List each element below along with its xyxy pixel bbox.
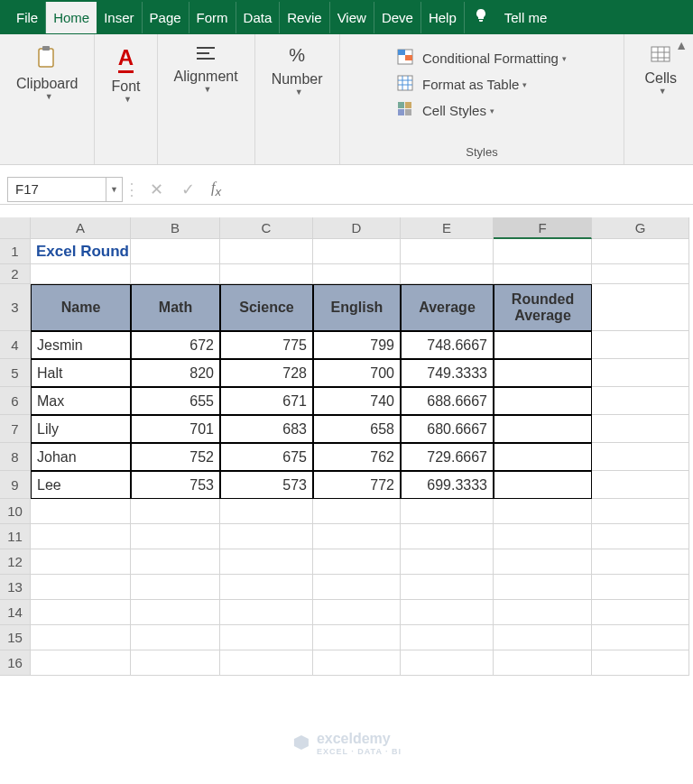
cell[interactable] xyxy=(494,239,592,264)
cell[interactable] xyxy=(401,239,494,264)
cell[interactable]: English xyxy=(313,284,401,331)
cell[interactable] xyxy=(592,239,689,264)
cell[interactable] xyxy=(220,549,313,575)
cell[interactable] xyxy=(131,264,220,284)
cell[interactable] xyxy=(131,549,220,575)
cell[interactable]: RoundedAverage xyxy=(494,284,592,331)
cell[interactable]: 680.6667 xyxy=(401,415,494,443)
row-header-12[interactable]: 12 xyxy=(0,549,31,575)
cell[interactable] xyxy=(401,549,494,575)
cell[interactable] xyxy=(494,575,592,600)
select-all-corner[interactable] xyxy=(0,217,31,239)
tab-formulas[interactable]: Form xyxy=(189,2,236,33)
cell[interactable] xyxy=(313,650,401,676)
cell[interactable] xyxy=(131,625,220,650)
cell[interactable]: Average xyxy=(401,284,494,331)
cell[interactable] xyxy=(494,549,592,575)
cell[interactable]: 655 xyxy=(131,387,220,415)
cell[interactable] xyxy=(592,549,689,575)
row-header-4[interactable]: 4 xyxy=(0,331,31,359)
tell-me-search[interactable]: Tell me xyxy=(504,10,548,25)
cell[interactable] xyxy=(313,499,401,524)
cell[interactable]: 799 xyxy=(313,331,401,359)
cell[interactable]: 675 xyxy=(220,443,313,471)
row-header-10[interactable]: 10 xyxy=(0,499,31,524)
cell[interactable] xyxy=(592,415,689,443)
col-header-C[interactable]: C xyxy=(220,217,313,239)
cell[interactable] xyxy=(401,625,494,650)
tab-file[interactable]: File xyxy=(9,2,46,33)
cell[interactable] xyxy=(131,575,220,600)
cell[interactable]: 688.6667 xyxy=(401,387,494,415)
cell[interactable] xyxy=(313,264,401,284)
cell[interactable] xyxy=(220,600,313,625)
tab-page-layout[interactable]: Page xyxy=(143,2,189,33)
cell[interactable] xyxy=(494,471,592,499)
cell[interactable] xyxy=(131,650,220,676)
accept-icon[interactable]: ✓ xyxy=(172,180,204,199)
row-header-13[interactable]: 13 xyxy=(0,575,31,600)
ribbon-collapse-icon[interactable]: ▲ xyxy=(675,38,688,52)
tab-review[interactable]: Revie xyxy=(280,2,329,33)
cell[interactable] xyxy=(401,600,494,625)
cell[interactable]: Math xyxy=(131,284,220,331)
cell[interactable]: 820 xyxy=(131,359,220,387)
cell[interactable] xyxy=(220,524,313,549)
cell[interactable] xyxy=(592,443,689,471)
cell[interactable] xyxy=(220,625,313,650)
format-as-table-button[interactable]: Format as Table▾ xyxy=(392,71,532,97)
cell[interactable] xyxy=(220,264,313,284)
cell[interactable] xyxy=(592,264,689,284)
cell[interactable] xyxy=(592,524,689,549)
cell[interactable] xyxy=(31,524,131,549)
cell[interactable] xyxy=(494,650,592,676)
cell[interactable] xyxy=(313,549,401,575)
cell[interactable] xyxy=(592,387,689,415)
cell[interactable]: Jesmin xyxy=(31,331,131,359)
cell[interactable]: Halt xyxy=(31,359,131,387)
cell[interactable] xyxy=(131,600,220,625)
cell[interactable]: 701 xyxy=(131,415,220,443)
cell[interactable] xyxy=(31,650,131,676)
col-header-G[interactable]: G xyxy=(592,217,689,239)
cell[interactable]: Lily xyxy=(31,415,131,443)
cell[interactable] xyxy=(313,625,401,650)
col-header-A[interactable]: A xyxy=(31,217,131,239)
cell[interactable]: Johan xyxy=(31,443,131,471)
cell[interactable] xyxy=(592,625,689,650)
cell[interactable]: 775 xyxy=(220,331,313,359)
cell[interactable] xyxy=(313,575,401,600)
cell[interactable]: 700 xyxy=(313,359,401,387)
conditional-formatting-button[interactable]: Conditional Formatting▾ xyxy=(392,45,572,71)
cell[interactable] xyxy=(592,600,689,625)
cell[interactable] xyxy=(494,359,592,387)
cell[interactable] xyxy=(131,499,220,524)
row-header-8[interactable]: 8 xyxy=(0,443,31,471)
formula-input[interactable] xyxy=(228,180,693,198)
cell[interactable] xyxy=(592,499,689,524)
name-box[interactable] xyxy=(7,177,106,202)
cell[interactable]: Name xyxy=(31,284,131,331)
cell[interactable] xyxy=(220,499,313,524)
cell[interactable] xyxy=(401,264,494,284)
cell[interactable] xyxy=(401,524,494,549)
tab-home[interactable]: Home xyxy=(46,2,97,33)
cell[interactable]: 573 xyxy=(220,471,313,499)
row-header-15[interactable]: 15 xyxy=(0,625,31,650)
col-header-B[interactable]: B xyxy=(131,217,220,239)
cell[interactable] xyxy=(31,549,131,575)
col-header-E[interactable]: E xyxy=(401,217,494,239)
cell[interactable] xyxy=(494,443,592,471)
tab-view[interactable]: View xyxy=(330,2,374,33)
font-button[interactable]: A Font ▼ xyxy=(104,42,147,107)
cell[interactable] xyxy=(220,239,313,264)
cell[interactable] xyxy=(592,331,689,359)
cell[interactable] xyxy=(31,264,131,284)
clipboard-button[interactable]: Clipboard ▼ xyxy=(9,42,85,105)
cell[interactable] xyxy=(494,264,592,284)
cell[interactable] xyxy=(494,524,592,549)
cell[interactable] xyxy=(313,239,401,264)
cell[interactable] xyxy=(220,650,313,676)
tab-help[interactable]: Help xyxy=(421,2,465,33)
cell[interactable]: 672 xyxy=(131,331,220,359)
